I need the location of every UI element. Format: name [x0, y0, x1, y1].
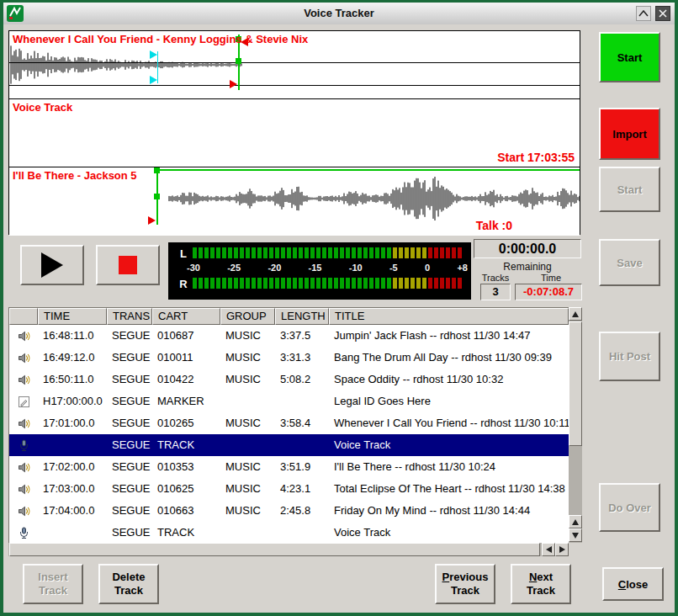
next-track-title: I'll Be There - Jackson 5: [13, 169, 137, 182]
arrow-up-icon: [572, 311, 579, 317]
post-marker-line[interactable]: [156, 169, 580, 171]
segue-marker-handle[interactable]: [236, 58, 241, 64]
elapsed-time-display: 0:00:00.0: [474, 239, 581, 258]
scroll-up-button-2[interactable]: [569, 515, 582, 528]
talk-marker-icon[interactable]: [150, 50, 157, 59]
meter-scale: -30-25-20-15-10-50+8: [187, 261, 468, 274]
marker-icon: [9, 390, 38, 412]
scroll-down-button[interactable]: [569, 528, 582, 542]
cell-length: 4:23.1: [275, 478, 329, 500]
scroll-left-button[interactable]: [542, 543, 555, 556]
cell-title: I'll Be There -- rdhost 11/30 10:24: [329, 456, 569, 478]
talk-marker-icon[interactable]: [150, 76, 157, 84]
scroll-right-button[interactable]: [555, 543, 569, 556]
audio-meter: L -30-25-20-15-10-50+8 R: [168, 242, 471, 300]
horizontal-scroll-thumb[interactable]: [9, 543, 540, 556]
column-header-icon[interactable]: [9, 308, 38, 325]
talk-marker-line[interactable]: [157, 51, 158, 83]
cell-length: [275, 390, 329, 412]
track-boundary-line: [9, 85, 580, 86]
log-row[interactable]: SEGUETRACKVoice Track: [9, 522, 569, 544]
cell-length: 3:58.4: [275, 412, 329, 434]
cell-group: [220, 434, 275, 456]
import-button[interactable]: Import: [599, 108, 660, 160]
log-table-header: TIMETRANSCARTGROUPLENGTHTITLE: [9, 308, 569, 325]
log-row[interactable]: 16:50:11.0SEGUE010422MUSIC5:08.2Space Od…: [9, 369, 569, 390]
log-row[interactable]: 17:03:00.0SEGUE010625MUSIC4:23.1Total Ec…: [9, 478, 569, 500]
next-track-button[interactable]: NextTrack: [511, 564, 571, 604]
play-button[interactable]: [20, 245, 84, 285]
log-table: TIMETRANSCARTGROUPLENGTHTITLE 16:48:11.0…: [8, 307, 569, 543]
column-header-group[interactable]: GROUP: [220, 308, 275, 325]
speaker-icon: [9, 347, 38, 369]
cell-cart: 010422: [152, 369, 220, 390]
shade-icon[interactable]: [636, 6, 651, 21]
do-over-button[interactable]: Do Over: [599, 483, 660, 532]
cell-title: Jumpin' Jack Flash -- rdhost 11/30 14:47: [329, 325, 569, 347]
cell-time: 17:04:00.0: [38, 500, 107, 522]
window-title: Voice Tracker: [3, 3, 675, 24]
start-track2-button[interactable]: Start: [599, 167, 660, 212]
close-icon[interactable]: [655, 6, 670, 21]
cell-length: 2:45.8: [275, 500, 329, 522]
cell-length: 5:08.2: [275, 369, 329, 390]
column-header-cart[interactable]: CART: [152, 308, 220, 325]
waveform-panel-next-track[interactable]: I'll Be There - Jackson 5 Talk :0: [9, 167, 580, 236]
cell-trans: SEGUE: [107, 347, 152, 369]
column-header-length[interactable]: LENGTH: [275, 308, 329, 325]
vertical-scrollbar[interactable]: [569, 307, 582, 543]
cell-group: MUSIC: [220, 347, 275, 369]
remaining-tracks-label: Tracks: [476, 273, 515, 283]
log-row[interactable]: 16:48:11.0SEGUE010687MUSIC3:37.5Jumpin' …: [9, 325, 569, 347]
cell-cart: 010663: [152, 500, 220, 522]
log-row[interactable]: 17:01:00.0SEGUE010265MUSIC3:58.4Whenever…: [9, 412, 569, 434]
insert-track-button[interactable]: InsertTrack: [23, 564, 83, 604]
content: Whenever I Call You Friend - Kenny Loggi…: [3, 24, 675, 613]
column-header-title[interactable]: TITLE: [329, 308, 569, 325]
arrow-right-icon: [559, 546, 565, 553]
cell-trans: SEGUE: [107, 456, 152, 478]
speaker-icon: [9, 478, 38, 500]
log-row[interactable]: 16:49:12.0SEGUE010011MUSIC3:31.3Bang The…: [9, 347, 569, 369]
cell-title: Total Eclipse Of The Heart -- rdhost 11/…: [329, 478, 569, 500]
column-header-time[interactable]: TIME: [38, 308, 107, 325]
cell-length: 3:51.9: [275, 456, 329, 478]
cell-cart: MARKER: [152, 390, 220, 412]
cell-trans: SEGUE: [107, 390, 152, 412]
start-pointer-icon[interactable]: [230, 80, 237, 88]
scrollbar-corner: [569, 543, 582, 556]
previous-track-button[interactable]: PreviousTrack: [435, 564, 495, 604]
horizontal-scrollbar[interactable]: [8, 543, 569, 556]
log-row[interactable]: 17:02:00.0SEGUE010353MUSIC3:51.9I'll Be …: [9, 456, 569, 478]
column-header-trans[interactable]: TRANS: [107, 308, 152, 325]
segue-marker-handle[interactable]: [154, 167, 160, 173]
speaker-icon: [9, 500, 38, 522]
cell-time: 17:01:00.0: [38, 412, 107, 434]
hit-post-button[interactable]: Hit Post: [599, 332, 660, 381]
cell-group: MUSIC: [220, 325, 275, 347]
cell-time: 16:49:12.0: [38, 347, 107, 369]
previous-track-title: Whenever I Call You Friend - Kenny Loggi…: [13, 33, 308, 45]
cell-length: 3:37.5: [275, 325, 329, 347]
save-button[interactable]: Save: [599, 239, 660, 286]
waveform-panel-voice-track[interactable]: Voice Track Start 17:03:55: [9, 99, 580, 167]
cell-title: Whenever I Call You Friend -- rdhost 11/…: [329, 412, 569, 434]
close-button[interactable]: Close: [602, 567, 664, 601]
waveform-panel-previous-track[interactable]: Whenever I Call You Friend - Kenny Loggi…: [9, 31, 580, 99]
start-track1-button[interactable]: Start: [599, 32, 660, 82]
cell-trans: SEGUE: [107, 522, 152, 544]
vertical-scroll-thumb[interactable]: [569, 321, 582, 446]
track-boundary-line: [9, 62, 580, 63]
segue-marker-handle[interactable]: [154, 194, 160, 199]
delete-track-button[interactable]: DeleteTrack: [98, 564, 159, 604]
cell-trans: SEGUE: [107, 369, 152, 390]
stop-icon: [119, 256, 137, 274]
log-row[interactable]: SEGUETRACKVoice Track: [9, 434, 569, 456]
log-row[interactable]: 17:04:00.0SEGUE010663MUSIC2:45.8Friday O…: [9, 500, 569, 522]
stop-button[interactable]: [96, 245, 160, 285]
log-row[interactable]: H17:00:00.0SEGUEMARKERLegal ID Goes Here: [9, 390, 569, 412]
cell-cart: TRACK: [152, 522, 220, 544]
start-pointer-icon[interactable]: [148, 216, 156, 225]
titlebar[interactable]: Voice Tracker: [3, 3, 675, 24]
scroll-up-button[interactable]: [569, 307, 582, 321]
